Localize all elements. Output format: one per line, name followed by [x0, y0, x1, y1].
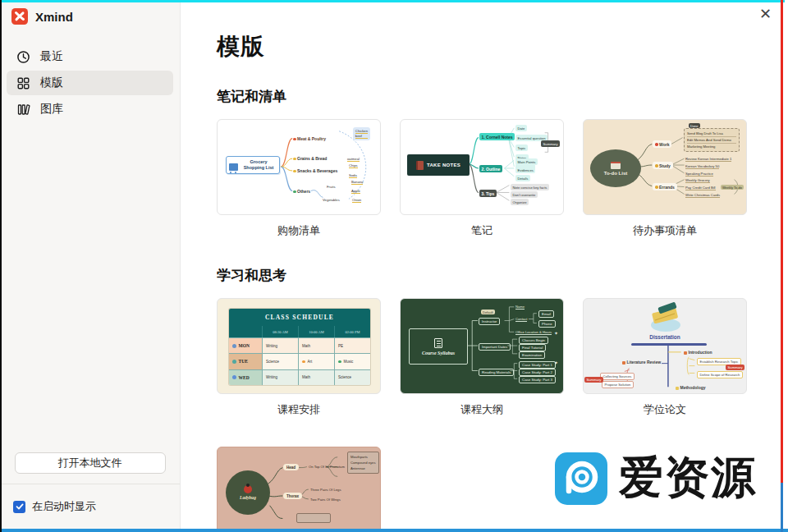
mindmap-child: Case Study: Part 3 [519, 376, 556, 383]
mindmap-branch: 1. Cornell Notes [479, 133, 515, 140]
xmind-logo-icon [11, 8, 28, 25]
schedule-row-tue: TUE Science Art Music [229, 353, 370, 369]
startup-row: 在启动时显示 [0, 484, 180, 532]
watermark-logo-icon [555, 452, 607, 505]
template-card-notes[interactable]: TAKE NOTES 1. Cornell Notes Date Essenti… [400, 119, 564, 215]
schedule-cell: Writing [262, 338, 298, 353]
mindmap-child-group [296, 513, 331, 523]
mindmap-branch: Literature Review [622, 360, 661, 365]
startup-checkbox-label: 在启动时显示 [32, 499, 96, 514]
mindmap-child: Vegetables [323, 198, 340, 202]
template-caption: 学位论文 [583, 402, 747, 417]
brand: Xmind [0, 0, 180, 25]
section-heading-study-thinking: 学习和思考 [217, 266, 788, 285]
mindmap-topic: To-do List [590, 149, 641, 187]
template-caption: 笔记 [400, 223, 564, 238]
mindmap-branch: Instructor [479, 318, 500, 325]
mindmap-child-group: Send Blog Draft To Lisa Edit Memos And S… [684, 128, 740, 152]
app-title: Xmind [35, 10, 73, 24]
mindmap-child: Send Blog Draft To Lisa [687, 131, 736, 137]
time-cell: 10:00 AM [298, 326, 334, 337]
mindmap-child: Weekly Grocery [685, 178, 710, 183]
mindmap-child: Classes Begin [519, 337, 548, 344]
template-item-ladybug: Ladybug Head On Top Of Its Pronotum Mout… [217, 447, 381, 532]
mindmap-summary: Summary [541, 140, 560, 147]
mindmap-child: Compound eyes [350, 460, 376, 466]
mindmap-child: Antennae [350, 466, 376, 471]
check-icon [16, 502, 24, 511]
template-card-course-syllabus[interactable]: Course Syllabus Default Instructor Name … [400, 298, 564, 394]
mindmap-child: Email [538, 310, 554, 318]
mindmap-tag: Weekly To-do [721, 185, 744, 190]
sidebar-item-gallery[interactable]: 图库 [7, 97, 173, 122]
template-item-class-schedule: CLASS SCHEDULE 08:30 AM 10:00 AM 02:00 P… [217, 298, 381, 417]
sidebar-item-label: 图库 [40, 102, 63, 117]
mindmap-child: Case Study: Part 1 [519, 361, 556, 369]
mindmap-child: Chips [349, 163, 358, 168]
cart-icon [229, 163, 238, 171]
xmind-window: Xmind 最近 [0, 0, 788, 532]
close-icon[interactable]: ✕ [759, 5, 772, 23]
schedule-cell: Math [298, 338, 334, 353]
schedule-times-row: 08:30 AM 10:00 AM 02:00 PM [229, 326, 370, 337]
mindmap-child: Collecting Sources [600, 373, 635, 380]
schedule-cell: Writing [262, 370, 298, 385]
template-card-shopping-list[interactable]: Grocery Shopping List Meat & Poultry Chi… [217, 119, 381, 215]
frame-border-bottom [2, 529, 788, 532]
template-card-todo-list[interactable]: To-do List Work Done Send Blog Draft To … [583, 119, 747, 215]
mindmap-child: Don't overwrite [511, 191, 538, 198]
template-card-ladybug[interactable]: Ladybug Head On Top Of Its Pronotum Mout… [217, 447, 381, 532]
frame-border-top [2, 0, 785, 2]
mindmap-child: Propose Solution [602, 381, 634, 388]
mindmap-child: Write Christmas Cards [685, 193, 720, 198]
open-local-file-button[interactable]: 打开本地文件 [15, 452, 166, 474]
schedule-cell: Science [262, 354, 298, 369]
frame-border-left [0, 0, 2, 532]
mindmap-child: Date [515, 125, 527, 131]
mindmap-child: Note concise key facts [511, 184, 549, 190]
mindmap-topic: Grocery Shopping List [226, 156, 280, 174]
template-caption: 课程安排 [217, 402, 381, 417]
mindmap-trunk [631, 343, 707, 346]
sidebar-item-label: 模版 [40, 76, 63, 90]
template-item-shopping-list: Grocery Shopping List Meat & Poultry Chi… [217, 119, 381, 238]
schedule-row-mon: MON Writing Math PE [229, 337, 370, 353]
sidebar-item-templates[interactable]: 模版 [7, 71, 173, 95]
frame-border-right [781, 0, 783, 483]
mindmap-child: beef [355, 134, 368, 139]
mindmap-child: Details [515, 175, 530, 181]
template-item-dissertation: Dissertation Introduction Establish Rese… [583, 298, 747, 417]
mindmap-branch: Grains & Bread [293, 156, 327, 161]
mindmap-child: Case Study: Part 2 [519, 369, 556, 376]
mindmap-child: Name [515, 305, 525, 310]
template-card-dissertation[interactable]: Dissertation Introduction Establish Rese… [583, 298, 747, 394]
mindmap-branch: 2. Outline [479, 165, 502, 172]
template-caption: 待办事项清单 [583, 223, 747, 238]
books-illustration [647, 302, 685, 333]
gallery-icon [16, 103, 30, 117]
time-cell: 02:00 PM [334, 326, 370, 337]
mindmap-child: Evidences [515, 167, 535, 173]
mindmap-child: Office Location & Hours [515, 330, 552, 335]
mindmap-child: Edit Memos And Send Demo [687, 137, 736, 144]
startup-checkbox[interactable] [13, 501, 25, 513]
sidebar-item-recent[interactable]: 最近 [7, 44, 173, 69]
section-heading-notes-lists: 笔记和清单 [217, 87, 788, 106]
mindmap-tag: Default [481, 310, 495, 314]
notebook-icon [416, 161, 424, 170]
mindmap-branch: Introduction [684, 350, 712, 355]
mindmap-topic: Course Syllabus [409, 328, 468, 365]
sidebar-item-label: 最近 [40, 49, 63, 64]
mindmap-child: Topic [515, 144, 528, 151]
mindmap-child: Speaking Practice [685, 172, 713, 177]
template-card-class-schedule[interactable]: CLASS SCHEDULE 08:30 AM 10:00 AM 02:00 P… [217, 298, 381, 394]
sidebar-nav: 最近 模版 [0, 44, 180, 122]
mindmap-topic: TAKE NOTES [407, 154, 470, 176]
template-item-course-syllabus: Course Syllabus Default Instructor Name … [400, 298, 564, 417]
mindmap-topic: Dissertation [584, 334, 746, 340]
mindmap-child: Organize [511, 199, 529, 205]
clock-icon [16, 50, 30, 64]
schedule-cell: Science [334, 370, 370, 385]
template-item-todo-list: To-do List Work Done Send Blog Draft To … [583, 119, 747, 238]
schedule-table: CLASS SCHEDULE 08:30 AM 10:00 AM 02:00 P… [229, 309, 370, 385]
